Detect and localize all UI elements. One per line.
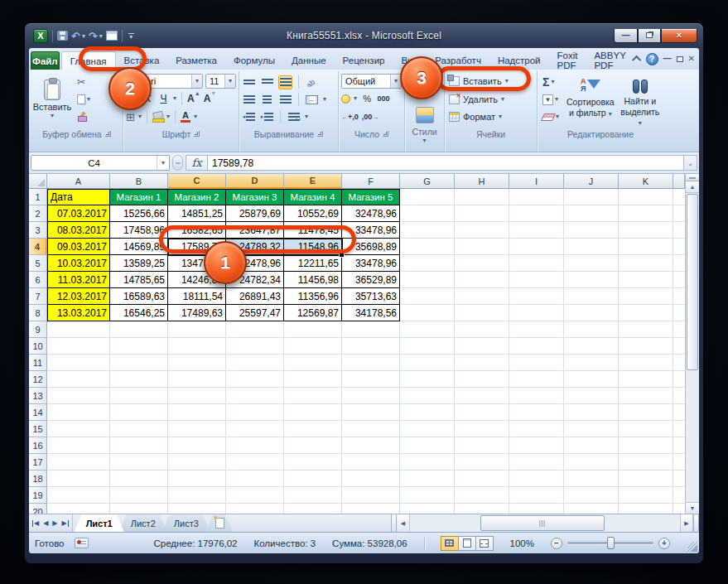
cell-E2[interactable]: 10552,69 bbox=[284, 205, 342, 222]
cell-B19[interactable] bbox=[110, 487, 168, 504]
cell-A12[interactable] bbox=[47, 371, 110, 388]
cell-D15[interactable] bbox=[226, 421, 284, 437]
cell-K1[interactable] bbox=[619, 189, 673, 205]
cell-K9[interactable] bbox=[619, 321, 673, 338]
cell-E8[interactable]: 12569,87 bbox=[284, 305, 342, 321]
row-header-15[interactable]: 15 bbox=[29, 421, 47, 437]
cell-K17[interactable] bbox=[619, 454, 673, 471]
align-top-button[interactable] bbox=[242, 75, 256, 89]
cell-H19[interactable] bbox=[455, 487, 509, 504]
dropdown-caret-icon[interactable]: ▾ bbox=[194, 113, 197, 120]
cell-C10[interactable] bbox=[168, 338, 226, 355]
clear-button[interactable]: ▾ bbox=[540, 109, 562, 124]
cell-D19[interactable] bbox=[226, 487, 284, 504]
row-header-1[interactable]: 1 bbox=[29, 189, 47, 205]
cell-F7[interactable]: 35713,63 bbox=[342, 288, 400, 305]
cell-J4[interactable] bbox=[564, 239, 619, 255]
restore-button[interactable] bbox=[638, 29, 661, 43]
cell-I17[interactable] bbox=[509, 454, 564, 471]
cell-H8[interactable] bbox=[455, 305, 509, 321]
cell-D10[interactable] bbox=[226, 338, 284, 355]
cell-overflow[interactable] bbox=[673, 321, 685, 338]
column-header-D[interactable]: D bbox=[226, 174, 284, 189]
last-sheet-button[interactable]: ▶ bbox=[61, 519, 69, 527]
row-header-16[interactable]: 16 bbox=[29, 437, 47, 454]
fill-button[interactable]: ▼▾ bbox=[540, 92, 562, 107]
sort-filter-button[interactable]: АЯ Сортировка и фильтр ▾ bbox=[566, 74, 615, 127]
cell-H10[interactable] bbox=[455, 338, 509, 355]
cell-I16[interactable] bbox=[509, 437, 564, 454]
cell-overflow[interactable] bbox=[673, 371, 685, 388]
cell-A16[interactable] bbox=[47, 437, 110, 454]
row-header-10[interactable]: 10 bbox=[29, 338, 47, 355]
next-sheet-button[interactable]: ▶ bbox=[52, 519, 57, 527]
ribbon-tab-4[interactable]: Формулы bbox=[225, 51, 283, 70]
expand-formula-bar-icon[interactable]: ⌄ bbox=[684, 155, 697, 171]
cell-K19[interactable] bbox=[619, 487, 673, 504]
cell-C7[interactable]: 18111,54 bbox=[168, 288, 226, 305]
cell-overflow[interactable] bbox=[673, 421, 685, 437]
ribbon-tab-11[interactable]: ABBYY PDF bbox=[586, 51, 634, 70]
row-header-18[interactable]: 18 bbox=[29, 471, 47, 487]
cell-H15[interactable] bbox=[455, 421, 509, 437]
underline-button[interactable]: Ч bbox=[157, 92, 170, 106]
cell-G4[interactable] bbox=[400, 239, 455, 255]
name-box[interactable]: C4▾ bbox=[31, 155, 170, 171]
cell-C1[interactable]: Магазин 2 bbox=[168, 189, 226, 205]
save-icon[interactable] bbox=[57, 31, 68, 41]
cell-G16[interactable] bbox=[400, 437, 455, 454]
cell-B15[interactable] bbox=[110, 421, 168, 437]
cell-I14[interactable] bbox=[509, 404, 564, 421]
zoom-in-button[interactable]: + bbox=[658, 538, 670, 549]
sheet-tab-1[interactable]: Лист1 bbox=[75, 514, 124, 532]
quick-table-icon[interactable] bbox=[106, 31, 118, 41]
currency-icon[interactable] bbox=[341, 94, 350, 104]
paste-button[interactable]: Вставить ▾ bbox=[33, 72, 71, 127]
cell-I18[interactable] bbox=[509, 471, 564, 487]
cell-G18[interactable] bbox=[400, 471, 455, 487]
ribbon-tab-1[interactable]: Главная bbox=[61, 51, 116, 70]
cell-I2[interactable] bbox=[509, 205, 564, 222]
cell-overflow[interactable] bbox=[673, 404, 685, 421]
cell-overflow[interactable] bbox=[673, 272, 685, 288]
cell-A5[interactable]: 10.03.2017 bbox=[47, 255, 110, 272]
align-center-button[interactable] bbox=[260, 93, 274, 107]
excel-logo-icon[interactable]: X bbox=[33, 29, 48, 43]
zoom-out-button[interactable]: − bbox=[551, 538, 562, 549]
cell-I3[interactable] bbox=[509, 222, 564, 239]
close-button[interactable]: ✕ bbox=[661, 29, 697, 43]
workbook-minimize-icon[interactable]: — bbox=[663, 55, 672, 63]
zoom-slider-thumb[interactable] bbox=[607, 537, 615, 549]
cell-D16[interactable] bbox=[226, 437, 284, 454]
cell-I7[interactable] bbox=[509, 288, 564, 305]
cell-J10[interactable] bbox=[564, 338, 619, 355]
cell-A7[interactable]: 12.03.2017 bbox=[47, 288, 110, 305]
autosum-button[interactable]: Σ▾ bbox=[540, 75, 562, 89]
cell-D18[interactable] bbox=[226, 471, 284, 487]
cell-overflow[interactable] bbox=[673, 338, 685, 355]
cell-B17[interactable] bbox=[110, 454, 168, 471]
font-color-icon[interactable]: А bbox=[181, 111, 190, 123]
ribbon-tab-5[interactable]: Данные bbox=[283, 51, 335, 70]
cell-F6[interactable]: 36529,89 bbox=[342, 272, 400, 288]
cell-K6[interactable] bbox=[619, 272, 673, 288]
cell-A13[interactable] bbox=[47, 388, 110, 404]
column-header-B[interactable]: B bbox=[110, 174, 168, 189]
cell-C11[interactable] bbox=[168, 355, 226, 371]
cell-A3[interactable]: 08.03.2017 bbox=[47, 222, 110, 239]
cell-G15[interactable] bbox=[400, 421, 455, 437]
cell-H20[interactable] bbox=[455, 504, 509, 514]
cell-C12[interactable] bbox=[168, 371, 226, 388]
cell-E17[interactable] bbox=[284, 454, 342, 471]
cell-J6[interactable] bbox=[564, 272, 619, 288]
dropdown-caret-icon[interactable]: ▾ bbox=[173, 95, 176, 102]
cell-E16[interactable] bbox=[284, 437, 342, 454]
scroll-right-button[interactable]: ▶ bbox=[680, 514, 693, 532]
cell-F9[interactable] bbox=[342, 321, 400, 338]
cell-C15[interactable] bbox=[168, 421, 226, 437]
cell-C17[interactable] bbox=[168, 454, 226, 471]
cell-H14[interactable] bbox=[455, 404, 509, 421]
borders-icon[interactable]: ⊞ bbox=[126, 112, 135, 123]
cell-H13[interactable] bbox=[455, 388, 509, 404]
cell-K3[interactable] bbox=[619, 222, 673, 239]
